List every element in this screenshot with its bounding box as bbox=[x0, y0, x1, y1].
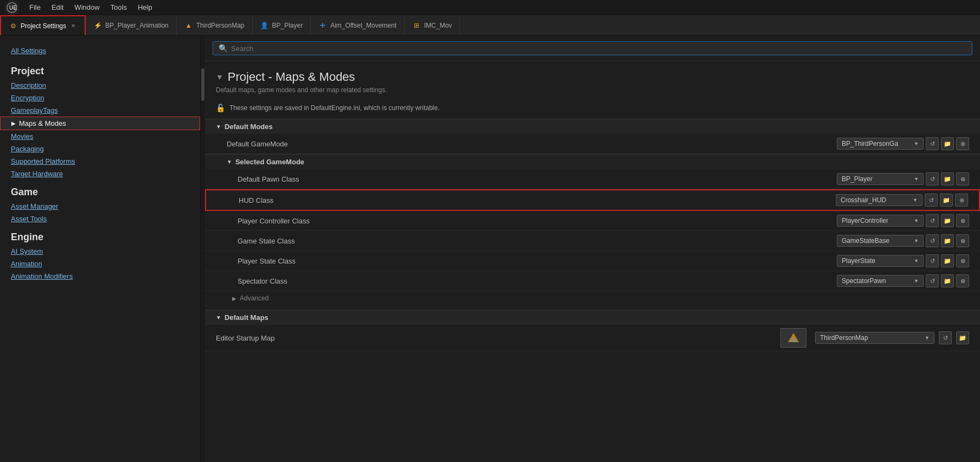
game-state-class-label: Game State Class bbox=[238, 237, 837, 245]
search-bar: 🔍 bbox=[205, 36, 980, 61]
browse-gs-btn[interactable]: 📁 bbox=[941, 234, 954, 247]
default-maps-header[interactable]: ▼ Default Maps bbox=[205, 310, 980, 325]
tab-close-button[interactable]: ✕ bbox=[69, 22, 77, 30]
spectator-class-row: Spectator Class SpectatorPawn ▼ ↺ 📁 ⊕ bbox=[205, 271, 980, 291]
reset-default-gamemode-btn[interactable]: ↺ bbox=[926, 137, 939, 150]
sidebar-item-ai-system[interactable]: AI System bbox=[0, 245, 200, 258]
tab-project-settings-label: Project Settings bbox=[21, 22, 66, 30]
tab-third-person-map-label: ThirdPersonMap bbox=[196, 22, 245, 29]
sidebar-item-movies[interactable]: Movies bbox=[0, 130, 200, 143]
sidebar-item-encryption[interactable]: Encryption bbox=[0, 92, 200, 104]
svg-text:UE: UE bbox=[9, 5, 17, 11]
tab-bp-player-label: BP_Player bbox=[272, 22, 303, 29]
spectator-class-label: Spectator Class bbox=[238, 277, 837, 285]
add-gs-btn[interactable]: ⊕ bbox=[956, 234, 969, 247]
imc-icon: ⊞ bbox=[412, 21, 421, 30]
default-modes-label: Default Modes bbox=[225, 123, 273, 131]
sidebar-all-settings[interactable]: All Settings bbox=[0, 44, 200, 57]
map-icon: ▲ bbox=[184, 21, 193, 30]
add-pawn-btn[interactable]: ⊕ bbox=[956, 172, 969, 185]
default-modes-header[interactable]: ▼ Default Modes bbox=[205, 119, 980, 134]
game-state-class-dropdown[interactable]: GameStateBase ▼ bbox=[837, 235, 924, 247]
aim-icon: ✛ bbox=[318, 21, 327, 30]
tab-imc-mov[interactable]: ⊞ IMC_Mov bbox=[405, 15, 460, 35]
sidebar-item-gameplay-tags[interactable]: GameplayTags bbox=[0, 104, 200, 117]
tab-project-settings[interactable]: ⚙ Project Settings ✕ bbox=[0, 15, 86, 35]
chevron-down-icon-hud: ▼ bbox=[913, 197, 918, 203]
spectator-class-dropdown[interactable]: SpectatorPawn ▼ bbox=[837, 275, 924, 287]
default-maps-arrow: ▼ bbox=[216, 315, 221, 320]
chevron-down-icon-map: ▼ bbox=[925, 335, 930, 341]
browse-pc-btn[interactable]: 📁 bbox=[941, 214, 954, 227]
player-controller-class-dropdown[interactable]: PlayerController ▼ bbox=[837, 215, 924, 227]
sidebar-item-maps-modes[interactable]: ▶ Maps & Modes bbox=[0, 117, 200, 130]
advanced-label: Advanced bbox=[240, 294, 268, 302]
add-hud-btn[interactable]: ⊕ bbox=[955, 194, 968, 207]
default-pawn-class-row: Default Pawn Class BP_Player ▼ ↺ 📁 ⊕ bbox=[205, 169, 980, 189]
reset-spec-btn[interactable]: ↺ bbox=[926, 274, 939, 287]
chevron-down-icon-pawn: ▼ bbox=[914, 176, 919, 182]
arrow-icon: ▶ bbox=[11, 120, 16, 126]
editor-startup-map-dropdown[interactable]: ThirdPersonMap ▼ bbox=[815, 332, 934, 344]
add-spec-btn[interactable]: ⊕ bbox=[956, 274, 969, 287]
reset-pawn-btn[interactable]: ↺ bbox=[926, 172, 939, 185]
sidebar-item-animation[interactable]: Animation bbox=[0, 258, 200, 270]
tab-third-person-map[interactable]: ▲ ThirdPersonMap bbox=[177, 15, 253, 35]
menu-file[interactable]: File bbox=[25, 2, 45, 12]
tab-aim-offset-movement[interactable]: ✛ Aim_Offset_Movement bbox=[311, 15, 405, 35]
tab-bar: ⚙ Project Settings ✕ ⚡ BP_Player_Animati… bbox=[0, 15, 980, 36]
selected-gamemode-header[interactable]: ▼ Selected GameMode bbox=[205, 154, 980, 169]
sidebar-item-asset-manager[interactable]: Asset Manager bbox=[0, 200, 200, 213]
lock-icon: 🔓 bbox=[216, 104, 225, 112]
sidebar-item-packaging[interactable]: Packaging bbox=[0, 143, 200, 155]
tab-aim-offset-movement-label: Aim_Offset_Movement bbox=[330, 22, 396, 29]
default-gamemode-row: Default GameMode BP_ThirdPersonGa ▼ ↺ 📁 … bbox=[205, 134, 980, 154]
tab-bp-player-animation[interactable]: ⚡ BP_Player_Animation bbox=[86, 15, 177, 35]
sidebar-item-animation-modifiers[interactable]: Animation Modifiers bbox=[0, 270, 200, 283]
add-default-gamemode-btn[interactable]: ⊕ bbox=[956, 137, 969, 150]
sidebar: All Settings Project Description Encrypt… bbox=[0, 36, 201, 462]
player-state-class-label: Player State Class bbox=[238, 257, 837, 265]
sidebar-item-supported-platforms[interactable]: Supported Platforms bbox=[0, 155, 200, 168]
menu-help[interactable]: Help bbox=[133, 2, 157, 12]
search-input[interactable] bbox=[231, 44, 966, 53]
default-pawn-class-dropdown[interactable]: BP_Player ▼ bbox=[837, 173, 924, 185]
browse-hud-btn[interactable]: 📁 bbox=[940, 194, 953, 207]
add-ps-btn[interactable]: ⊕ bbox=[956, 254, 969, 267]
browse-editor-map-btn[interactable]: 📁 bbox=[956, 331, 969, 344]
editor-startup-map-label: Editor Startup Map bbox=[216, 334, 780, 342]
reset-gs-btn[interactable]: ↺ bbox=[926, 234, 939, 247]
game-state-class-value: GameStateBase bbox=[842, 237, 889, 245]
default-gamemode-dropdown[interactable]: BP_ThirdPersonGa ▼ bbox=[837, 138, 924, 150]
menu-bar: UE File Edit Window Tools Help bbox=[0, 0, 980, 15]
browse-ps-btn[interactable]: 📁 bbox=[941, 254, 954, 267]
section-collapse-arrow[interactable]: ▼ bbox=[216, 73, 223, 81]
hud-class-control: Crosshair_HUD ▼ ↺ 📁 ⊕ bbox=[836, 194, 968, 207]
sidebar-item-target-hardware[interactable]: Target Hardware bbox=[0, 168, 200, 180]
reset-pc-btn[interactable]: ↺ bbox=[926, 214, 939, 227]
tab-bp-player[interactable]: 👤 BP_Player bbox=[253, 15, 311, 35]
add-pc-btn[interactable]: ⊕ bbox=[956, 214, 969, 227]
svg-rect-3 bbox=[791, 339, 796, 342]
browse-spec-btn[interactable]: 📁 bbox=[941, 274, 954, 287]
menu-edit[interactable]: Edit bbox=[47, 2, 68, 12]
reset-ps-btn[interactable]: ↺ bbox=[926, 254, 939, 267]
sidebar-group-engine: Engine bbox=[0, 225, 200, 245]
save-notice: 🔓 These settings are saved in DefaultEng… bbox=[205, 100, 980, 119]
hud-class-dropdown[interactable]: Crosshair_HUD ▼ bbox=[836, 194, 923, 206]
reset-editor-map-btn[interactable]: ↺ bbox=[939, 331, 952, 344]
menu-window[interactable]: Window bbox=[70, 2, 104, 12]
sidebar-item-description[interactable]: Description bbox=[0, 79, 200, 92]
menu-tools[interactable]: Tools bbox=[106, 2, 131, 12]
reset-hud-btn[interactable]: ↺ bbox=[925, 194, 938, 207]
chevron-down-icon-spec: ▼ bbox=[914, 278, 919, 284]
sidebar-item-asset-tools[interactable]: Asset Tools bbox=[0, 213, 200, 225]
sidebar-scrollbar[interactable] bbox=[201, 36, 205, 462]
browse-default-gamemode-btn[interactable]: 📁 bbox=[941, 137, 954, 150]
player-state-class-control: PlayerState ▼ ↺ 📁 ⊕ bbox=[837, 254, 969, 267]
main-area: All Settings Project Description Encrypt… bbox=[0, 36, 980, 462]
player-state-class-dropdown[interactable]: PlayerState ▼ bbox=[837, 255, 924, 267]
sidebar-group-project: Project bbox=[0, 59, 200, 79]
browse-pawn-btn[interactable]: 📁 bbox=[941, 172, 954, 185]
advanced-row[interactable]: ▶ Advanced bbox=[205, 291, 980, 305]
